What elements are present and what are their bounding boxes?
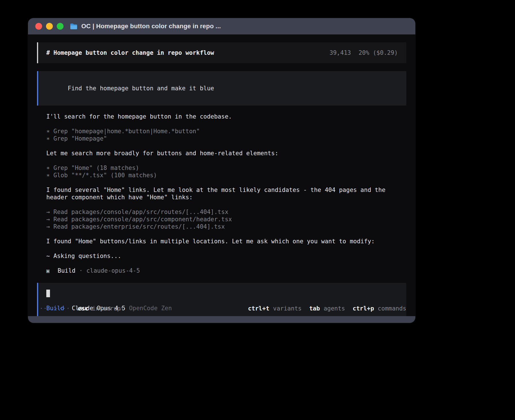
- token-count: 39,413: [329, 49, 351, 56]
- variants-label: variants: [273, 305, 302, 312]
- agent-status-badge: ▣ Build · claude-opus-4-5: [46, 267, 406, 274]
- user-message: Find the homepage button and make it blu…: [37, 71, 406, 106]
- agents-key: tab: [309, 305, 320, 312]
- agent-name: Build: [58, 267, 75, 274]
- titlebar[interactable]: OC | Homepage button color change in rep…: [28, 18, 415, 34]
- assistant-text: I found "Home" buttons/links in multiple…: [46, 238, 406, 245]
- tool-call-line: → Read packages/enterprise/src/routes/[.…: [46, 223, 406, 230]
- tool-call-line: ∗ Grep "homepage|home.*button|Home.*butt…: [46, 128, 406, 135]
- tool-call-line: ∗ Grep "Home" (18 matches): [46, 164, 406, 172]
- assistant-text: Let me search more broadly for buttons a…: [46, 150, 406, 157]
- keyboard-hints: ctrl+t variants tab agents ctrl+p comman…: [248, 305, 406, 312]
- tool-call-line: ∗ Glob "**/*.tsx" (100 matches): [46, 172, 406, 179]
- hint-commands: ctrl+p commands: [353, 305, 406, 312]
- zoom-button[interactable]: [57, 23, 64, 30]
- traffic-lights: [35, 23, 64, 30]
- badge-separator: ·: [79, 267, 83, 274]
- session-stats: 39,413 20% ($0.29): [329, 49, 398, 56]
- tool-call-line: → Read packages/console/app/src/routes/[…: [46, 208, 406, 216]
- tool-call-line: → Read packages/console/app/src/componen…: [46, 216, 406, 223]
- esc-key: esc: [78, 305, 88, 312]
- session-title: # Homepage button color change in repo w…: [46, 49, 214, 56]
- hint-variants: ctrl+t variants: [248, 305, 302, 312]
- spinner-dots: ········: [40, 305, 70, 312]
- assistant-text: I'll search for the homepage button in t…: [46, 113, 406, 120]
- conversation: I'll search for the homepage button in t…: [46, 106, 406, 260]
- minimize-button[interactable]: [46, 23, 53, 30]
- agents-label: agents: [324, 305, 345, 312]
- window-title-group: OC | Homepage button color change in rep…: [70, 23, 221, 30]
- assistant-text: I found several "Home" links. Let me loo…: [46, 186, 406, 201]
- variants-key: ctrl+t: [248, 305, 269, 312]
- commands-label: commands: [378, 305, 406, 312]
- terminal-window: OC | Homepage button color change in rep…: [28, 18, 415, 323]
- terminal-content: # Homepage button color change in repo w…: [28, 34, 415, 316]
- window-title: OC | Homepage button color change in rep…: [81, 23, 221, 30]
- window-bottom-chrome: [28, 316, 415, 323]
- hint-interrupt: esc interrupt: [78, 305, 124, 312]
- session-header: # Homepage button color change in repo w…: [37, 42, 406, 63]
- tool-call-line: ∗ Grep "Homepage": [46, 135, 406, 142]
- hint-agents: tab agents: [309, 305, 345, 312]
- folder-icon: [70, 23, 78, 30]
- status-text: ~ Asking questions...: [46, 252, 406, 260]
- close-button[interactable]: [35, 23, 42, 30]
- context-usage: 20% ($0.29): [359, 49, 398, 56]
- text-cursor: [46, 290, 50, 297]
- commands-key: ctrl+p: [353, 305, 374, 312]
- status-bar: ········ esc interrupt ctrl+t variants t…: [40, 305, 406, 312]
- agent-icon: ▣: [46, 267, 53, 274]
- agent-model: claude-opus-4-5: [86, 267, 140, 274]
- user-message-text: Find the homepage button and make it blu…: [68, 85, 214, 92]
- esc-label: interrupt: [92, 305, 124, 312]
